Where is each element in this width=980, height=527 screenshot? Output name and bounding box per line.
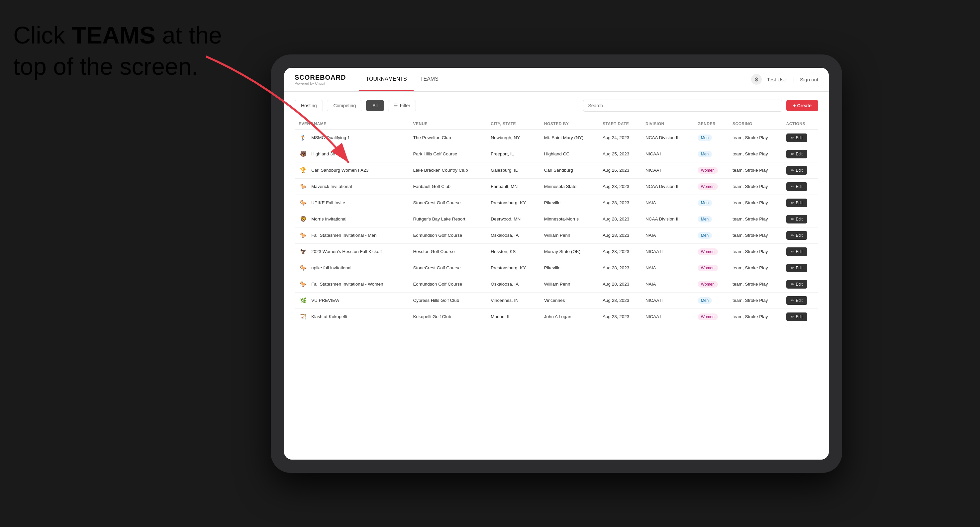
cell-actions: ✏ Edit xyxy=(782,162,819,178)
cell-date: Aug 28, 2023 xyxy=(599,308,641,325)
edit-button[interactable]: ✏ Edit xyxy=(786,150,808,159)
cell-gender: Women xyxy=(694,243,729,260)
cell-venue: Ruttger's Bay Lake Resort xyxy=(409,211,487,227)
cell-date: Aug 28, 2023 xyxy=(599,227,641,243)
cell-city: Deerwood, MN xyxy=(487,211,540,227)
cell-event-name: 🌿 VU PREVIEW xyxy=(295,292,409,308)
event-name-text: Highland 36 xyxy=(311,151,335,156)
cell-venue: Kokopelli Golf Club xyxy=(409,308,487,325)
settings-icon[interactable]: ⚙ xyxy=(751,74,762,85)
cell-actions: ✏ Edit xyxy=(782,227,819,243)
competing-filter[interactable]: Competing xyxy=(327,100,362,111)
cell-actions: ✏ Edit xyxy=(782,260,819,276)
logo-sub: Powered by Clippit xyxy=(295,81,346,85)
cell-city: Vincennes, IN xyxy=(487,292,540,308)
hosting-filter[interactable]: Hosting xyxy=(295,100,323,111)
cell-gender: Women xyxy=(694,308,729,325)
edit-button[interactable]: ✏ Edit xyxy=(786,280,808,289)
filter-bar: Hosting Competing All ☰ Filter + Create xyxy=(295,100,818,111)
cell-division: NCAA Division II xyxy=(641,178,694,195)
edit-button[interactable]: ✏ Edit xyxy=(786,198,808,207)
filter-button[interactable]: ☰ Filter xyxy=(388,100,416,111)
nav-tournaments[interactable]: TOURNAMENTS xyxy=(359,68,413,92)
gender-badge: Women xyxy=(698,248,718,255)
cell-event-name: 🐻 Highland 36 xyxy=(295,146,409,162)
col-scoring: SCORING xyxy=(729,118,782,130)
cell-city: Prestonsburg, KY xyxy=(487,195,540,211)
cell-venue: Lake Bracken Country Club xyxy=(409,162,487,178)
cell-scoring: team, Stroke Play xyxy=(729,130,782,146)
cell-event-name: 🐎 Fall Statesmen Invitational - Men xyxy=(295,227,409,243)
event-name-text: Morris Invitational xyxy=(311,216,347,222)
cell-hosted: Vincennes xyxy=(540,292,599,308)
edit-button[interactable]: ✏ Edit xyxy=(786,296,808,305)
search-input[interactable] xyxy=(583,100,782,111)
event-icon: 🦁 xyxy=(299,214,308,224)
cell-city: Faribault, MN xyxy=(487,178,540,195)
edit-button[interactable]: ✏ Edit xyxy=(786,133,808,142)
cell-event-name: 🐎 upike fall invitational xyxy=(295,260,409,276)
cell-venue: StoneCrest Golf Course xyxy=(409,260,487,276)
cell-actions: ✏ Edit xyxy=(782,130,819,146)
event-icon: 🐎 xyxy=(299,279,308,289)
cell-division: NCAA Division III xyxy=(641,130,694,146)
cell-date: Aug 24, 2023 xyxy=(599,130,641,146)
cell-division: NCAA Division III xyxy=(641,211,694,227)
instruction-text: Click TEAMS at thetop of the screen. xyxy=(13,20,222,82)
col-event-name: EVENT NAME xyxy=(295,118,409,130)
event-icon: 🌿 xyxy=(299,296,308,305)
gender-badge: Men xyxy=(698,200,712,206)
cell-date: Aug 28, 2023 xyxy=(599,211,641,227)
cell-scoring: team, Stroke Play xyxy=(729,308,782,325)
edit-button[interactable]: ✏ Edit xyxy=(786,248,808,256)
all-filter[interactable]: All xyxy=(366,100,384,111)
cell-scoring: team, Stroke Play xyxy=(729,162,782,178)
cell-venue: The Powelton Club xyxy=(409,130,487,146)
edit-button[interactable]: ✏ Edit xyxy=(786,182,808,191)
cell-city: Newburgh, NY xyxy=(487,130,540,146)
tablet-frame: SCOREBOARD Powered by Clippit TOURNAMENT… xyxy=(271,54,842,473)
edit-button[interactable]: ✏ Edit xyxy=(786,231,808,240)
cell-date: Aug 28, 2023 xyxy=(599,178,641,195)
cell-hosted: Highland CC xyxy=(540,146,599,162)
signout-link[interactable]: Sign out xyxy=(800,77,818,83)
cell-city: Marion, IL xyxy=(487,308,540,325)
gender-badge: Men xyxy=(698,232,712,239)
edit-button[interactable]: ✏ Edit xyxy=(786,264,808,272)
table-header: EVENT NAME VENUE CITY, STATE HOSTED BY S… xyxy=(295,118,818,130)
create-button[interactable]: + Create xyxy=(786,100,818,111)
cell-city: Oskaloosa, IA xyxy=(487,227,540,243)
table-row: 🏌️ MSMC Qualifying 1 The Powelton Club N… xyxy=(295,130,818,146)
cell-division: NICAA I xyxy=(641,308,694,325)
user-name: Test User xyxy=(767,77,788,83)
cell-venue: Edmundson Golf Course xyxy=(409,276,487,292)
edit-button[interactable]: ✏ Edit xyxy=(786,215,808,224)
gender-badge: Women xyxy=(698,313,718,320)
edit-icon: ✏ xyxy=(791,233,794,238)
cell-hosted: Mt. Saint Mary (NY) xyxy=(540,130,599,146)
cell-actions: ✏ Edit xyxy=(782,243,819,260)
cell-gender: Men xyxy=(694,211,729,227)
table-row: 🏹 Klash at Kokopelli Kokopelli Golf Club… xyxy=(295,308,818,325)
nav-teams[interactable]: TEAMS xyxy=(414,68,445,92)
cell-event-name: 🦁 Morris Invitational xyxy=(295,211,409,227)
event-name-text: Fall Statesmen Invitational - Women xyxy=(311,282,383,287)
event-name-text: Carl Sandburg Women FA23 xyxy=(311,168,368,173)
cell-scoring: team, Stroke Play xyxy=(729,292,782,308)
edit-icon: ✏ xyxy=(791,201,794,205)
edit-button[interactable]: ✏ Edit xyxy=(786,166,808,175)
edit-icon: ✏ xyxy=(791,266,794,270)
edit-icon: ✏ xyxy=(791,152,794,156)
event-icon: 🐎 xyxy=(299,231,308,240)
cell-actions: ✏ Edit xyxy=(782,292,819,308)
cell-date: Aug 28, 2023 xyxy=(599,292,641,308)
event-name-text: Maverick Invitational xyxy=(311,184,352,189)
cell-division: NAIA xyxy=(641,195,694,211)
col-actions: ACTIONS xyxy=(782,118,819,130)
event-icon: 🏌️ xyxy=(299,133,308,143)
edit-button[interactable]: ✏ Edit xyxy=(786,313,808,321)
separator: | xyxy=(793,77,795,83)
cell-hosted: Minnesota-Morris xyxy=(540,211,599,227)
cell-actions: ✏ Edit xyxy=(782,195,819,211)
gender-badge: Women xyxy=(698,281,718,287)
